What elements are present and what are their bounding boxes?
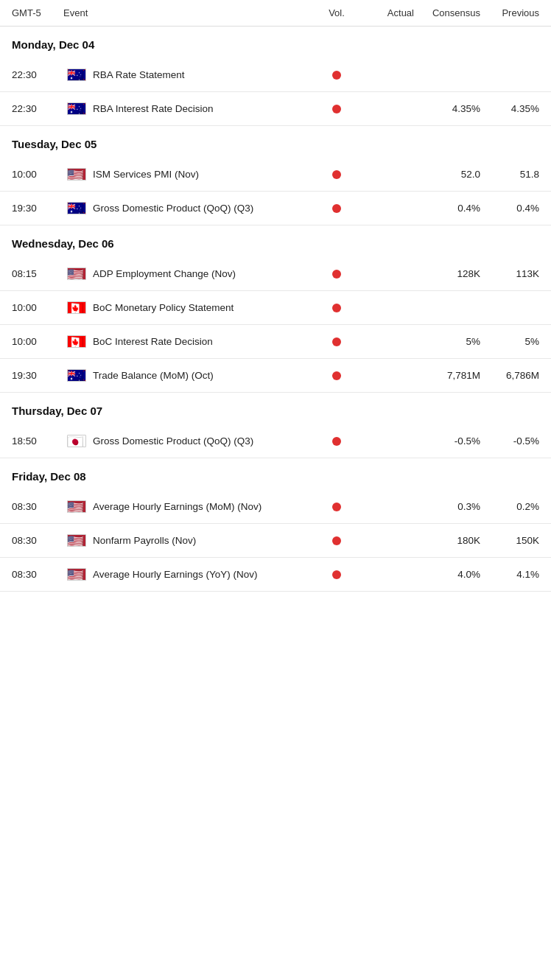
vol-dot-icon (332, 170, 341, 179)
event-time: 18:50 (12, 435, 63, 447)
event-previous: 4.35% (480, 103, 539, 114)
event-consensus: 4.35% (414, 103, 480, 114)
day-section-1: Tuesday, Dec 0510:00ISM Services PMI (No… (0, 126, 551, 225)
event-name: BoC Monetary Policy Statement (90, 302, 318, 313)
event-time: 08:30 (12, 535, 63, 546)
event-consensus: 128K (414, 268, 480, 279)
vol-dot-icon (332, 437, 341, 446)
table-row[interactable]: 18:50Gross Domestic Product (QoQ) (Q3)-0… (0, 424, 551, 458)
event-name: Gross Domestic Product (QoQ) (Q3) (90, 435, 318, 447)
day-label-4: Friday, Dec 08 (0, 458, 551, 490)
event-previous: 150K (480, 535, 539, 546)
table-row[interactable]: 08:30Average Hourly Earnings (MoM) (Nov)… (0, 490, 551, 524)
event-flag (63, 69, 90, 81)
day-section-4: Friday, Dec 0808:30Average Hourly Earnin… (0, 458, 551, 592)
event-previous: 4.1% (480, 569, 539, 580)
event-flag (63, 168, 90, 181)
day-label-0: Monday, Dec 04 (0, 27, 551, 58)
header-vol: Vol. (318, 7, 355, 18)
flag-jp-icon (67, 435, 86, 447)
event-previous: -0.5% (480, 435, 539, 447)
table-row[interactable]: 08:30Nonfarm Payrolls (Nov)180K150K (0, 524, 551, 558)
event-vol (318, 503, 355, 511)
vol-dot-icon (332, 503, 341, 511)
event-time: 19:30 (12, 370, 63, 381)
day-label-2: Wednesday, Dec 06 (0, 225, 551, 257)
vol-dot-icon (332, 570, 341, 579)
event-vol (318, 105, 355, 113)
flag-us-icon (67, 534, 86, 547)
event-vol (318, 371, 355, 380)
table-row[interactable]: 08:30Average Hourly Earnings (YoY) (Nov)… (0, 558, 551, 592)
event-previous: 0.2% (480, 501, 539, 512)
day-section-3: Thursday, Dec 0718:50Gross Domestic Prod… (0, 393, 551, 458)
event-vol (318, 337, 355, 346)
vol-dot-icon (332, 337, 341, 346)
table-row[interactable]: 10:00ISM Services PMI (Nov)52.051.8 (0, 158, 551, 192)
event-name: ADP Employment Change (Nov) (90, 268, 318, 279)
vol-dot-icon (332, 270, 341, 279)
event-vol (318, 204, 355, 213)
event-vol (318, 170, 355, 179)
vol-dot-icon (332, 71, 341, 80)
flag-au-icon (67, 102, 86, 115)
event-time: 22:30 (12, 103, 63, 114)
table-row[interactable]: 22:30RBA Interest Rate Decision4.35%4.35… (0, 92, 551, 126)
header-gmt: GMT-5 (12, 7, 63, 18)
flag-au-icon (67, 369, 86, 382)
table-row[interactable]: 19:30Trade Balance (MoM) (Oct)7,781M6,78… (0, 359, 551, 393)
event-vol (318, 304, 355, 312)
table-row[interactable]: 08:15ADP Employment Change (Nov)128K113K (0, 257, 551, 291)
event-flag (63, 102, 90, 115)
event-time: 08:30 (12, 569, 63, 580)
event-time: 22:30 (12, 69, 63, 80)
flag-us-icon (67, 568, 86, 581)
flag-ca-icon (67, 335, 86, 348)
table-row[interactable]: 19:30Gross Domestic Product (QoQ) (Q3)0.… (0, 192, 551, 225)
event-consensus: 5% (414, 336, 480, 347)
event-name: RBA Interest Rate Decision (90, 103, 318, 114)
event-vol (318, 270, 355, 279)
event-flag (63, 335, 90, 348)
day-label-3: Thursday, Dec 07 (0, 393, 551, 424)
flag-us-icon (67, 500, 86, 513)
event-consensus: 4.0% (414, 569, 480, 580)
table-header: GMT-5 Event Vol. Actual Consensus Previo… (0, 0, 551, 27)
event-flag (63, 301, 90, 314)
table-row[interactable]: 10:00BoC Interest Rate Decision5%5% (0, 325, 551, 359)
event-time: 10:00 (12, 302, 63, 313)
event-name: ISM Services PMI (Nov) (90, 169, 318, 180)
event-flag (63, 202, 90, 214)
event-flag (63, 568, 90, 581)
flag-au-icon (67, 69, 86, 81)
event-consensus: 180K (414, 535, 480, 546)
header-previous: Previous (480, 7, 539, 18)
event-consensus: 52.0 (414, 169, 480, 180)
event-consensus: 0.3% (414, 501, 480, 512)
event-previous: 6,786M (480, 370, 539, 381)
event-name: Trade Balance (MoM) (Oct) (90, 370, 318, 381)
vol-dot-icon (332, 371, 341, 380)
event-vol (318, 437, 355, 446)
event-name: BoC Interest Rate Decision (90, 336, 318, 347)
event-flag (63, 435, 90, 447)
flag-au-icon (67, 202, 86, 214)
event-consensus: -0.5% (414, 435, 480, 447)
event-previous: 0.4% (480, 203, 539, 214)
event-previous: 5% (480, 336, 539, 347)
header-event: Event (63, 7, 318, 18)
event-flag (63, 534, 90, 547)
event-flag (63, 369, 90, 382)
header-consensus: Consensus (414, 7, 480, 18)
table-row[interactable]: 22:30RBA Rate Statement (0, 58, 551, 92)
event-time: 08:30 (12, 501, 63, 512)
calendar-body: Monday, Dec 0422:30RBA Rate Statement22:… (0, 27, 551, 592)
flag-us-icon (67, 168, 86, 181)
event-name: RBA Rate Statement (90, 69, 318, 80)
day-section-2: Wednesday, Dec 0608:15ADP Employment Cha… (0, 225, 551, 393)
event-vol (318, 536, 355, 545)
event-previous: 113K (480, 268, 539, 279)
event-flag (63, 267, 90, 280)
table-row[interactable]: 10:00BoC Monetary Policy Statement (0, 291, 551, 325)
event-time: 10:00 (12, 336, 63, 347)
